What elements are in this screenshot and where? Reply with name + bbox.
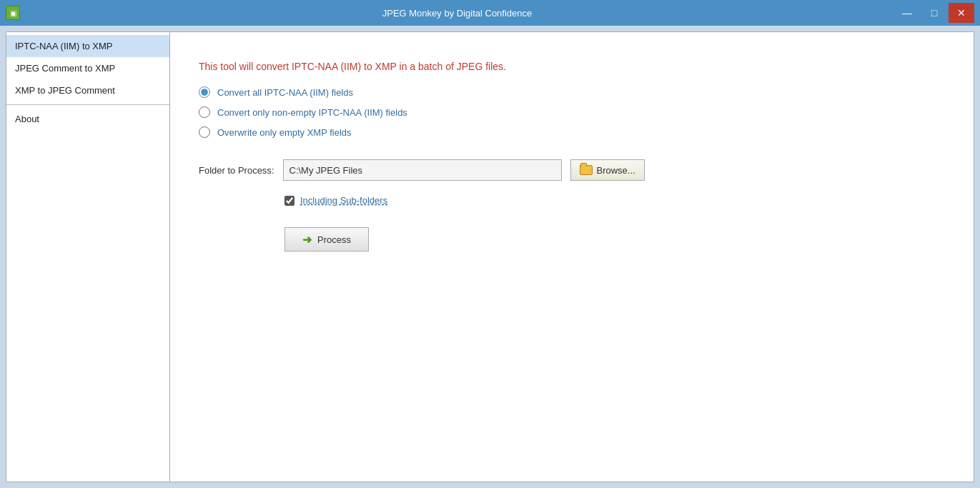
window-icon: ▣ xyxy=(6,6,20,20)
main-content: This tool will convert IPTC-NAA (IIM) to… xyxy=(170,31,974,482)
window-content: IPTC-NAA (IIM) to XMP JPEG Comment to XM… xyxy=(0,26,980,488)
radio-label-2: Convert only non-empty IPTC-NAA (IIM) fi… xyxy=(217,107,407,118)
options-section: Convert all IPTC-NAA (IIM) fields Conver… xyxy=(199,86,945,138)
process-label: Process xyxy=(317,234,351,245)
main-window: ▣ JPEG Monkey by Digital Confidence — □ … xyxy=(0,0,980,488)
radio-option-1[interactable]: Convert all IPTC-NAA (IIM) fields xyxy=(199,86,945,98)
radio-option-3[interactable]: Overwrite only empty XMP fields xyxy=(199,126,945,138)
browse-label: Browse... xyxy=(597,165,635,176)
folder-input[interactable] xyxy=(283,159,562,181)
browse-button[interactable]: Browse... xyxy=(570,159,645,181)
sidebar-item-jpeg-comment-to-xmp[interactable]: JPEG Comment to XMP xyxy=(6,57,169,79)
radio-label-3: Overwrite only empty XMP fields xyxy=(217,127,352,138)
radio-label-1: Convert all IPTC-NAA (IIM) fields xyxy=(217,87,353,98)
sidebar-item-iptc-to-xmp[interactable]: IPTC-NAA (IIM) to XMP xyxy=(6,35,169,57)
title-bar: ▣ JPEG Monkey by Digital Confidence — □ … xyxy=(0,0,980,26)
title-bar-controls: — □ ✕ xyxy=(894,3,974,23)
process-section: ➜ Process xyxy=(284,227,945,252)
sidebar: IPTC-NAA (IIM) to XMP JPEG Comment to XM… xyxy=(6,31,170,482)
radio-option-2[interactable]: Convert only non-empty IPTC-NAA (IIM) fi… xyxy=(199,106,945,118)
nav-section: IPTC-NAA (IIM) to XMP JPEG Comment to XM… xyxy=(6,32,169,105)
folder-label: Folder to Process: xyxy=(199,165,274,176)
radio-input-2[interactable] xyxy=(199,106,210,118)
maximize-button[interactable]: □ xyxy=(921,3,947,23)
sidebar-item-xmp-to-jpeg-comment[interactable]: XMP to JPEG Comment xyxy=(6,79,169,101)
close-button[interactable]: ✕ xyxy=(949,3,974,23)
window-title: JPEG Monkey by Digital Confidence xyxy=(20,8,894,19)
sidebar-item-about[interactable]: About xyxy=(6,105,169,133)
folder-icon xyxy=(580,165,593,175)
process-button[interactable]: ➜ Process xyxy=(284,227,369,252)
minimize-button[interactable]: — xyxy=(894,3,920,23)
process-arrow-icon: ➜ xyxy=(302,233,312,247)
radio-input-1[interactable] xyxy=(199,86,210,98)
radio-input-3[interactable] xyxy=(199,126,210,138)
subfolder-label: Including Sub-folders xyxy=(300,195,387,206)
folder-section: Folder to Process: Browse... xyxy=(199,159,945,181)
subfolder-checkbox[interactable] xyxy=(284,196,295,206)
subfolder-checkbox-label[interactable]: Including Sub-folders xyxy=(284,195,387,206)
description-text: This tool will convert IPTC-NAA (IIM) to… xyxy=(199,61,945,72)
subfolder-section: Including Sub-folders xyxy=(284,195,945,206)
